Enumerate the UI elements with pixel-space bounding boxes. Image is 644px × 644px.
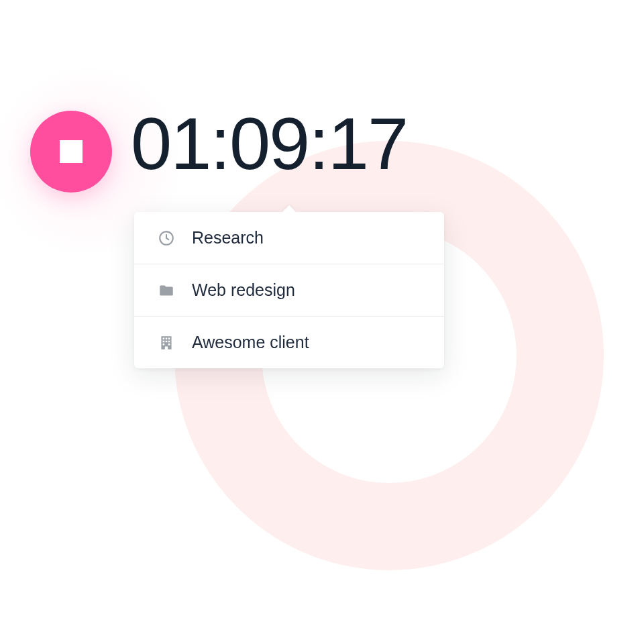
svg-rect-7	[163, 343, 165, 345]
popover-item-label: Research	[192, 228, 264, 248]
popover-item-task[interactable]: Research	[134, 212, 444, 264]
svg-rect-4	[163, 340, 165, 342]
popover-item-label: Web redesign	[192, 280, 295, 300]
svg-rect-5	[166, 340, 168, 342]
popover-item-label: Awesome client	[192, 333, 309, 352]
stage: 01:09:17 Research Web redesign	[0, 0, 644, 644]
svg-rect-8	[168, 343, 170, 345]
clock-icon	[157, 229, 176, 248]
svg-rect-3	[168, 337, 170, 339]
stop-icon	[60, 140, 83, 163]
popover-item-client[interactable]: Awesome client	[134, 317, 444, 368]
building-icon	[157, 333, 176, 352]
entry-popover: Research Web redesign	[134, 212, 444, 368]
svg-rect-1	[163, 337, 165, 339]
timer-display: 01:09:17	[131, 101, 407, 186]
svg-rect-2	[166, 337, 168, 339]
svg-rect-6	[168, 340, 170, 342]
folder-icon	[157, 281, 176, 300]
popover-item-project[interactable]: Web redesign	[134, 264, 444, 317]
stop-button[interactable]	[30, 111, 112, 193]
